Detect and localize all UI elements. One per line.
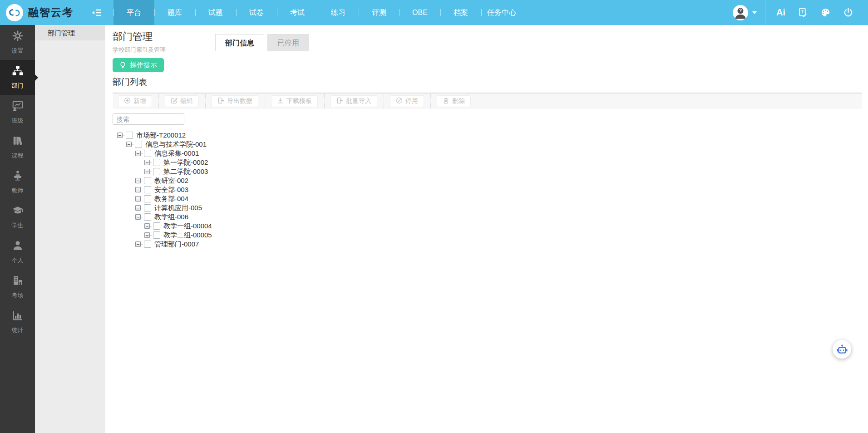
top-nav-item[interactable]: 题库: [154, 0, 195, 25]
tree-collapse-toggle[interactable]: [135, 205, 141, 211]
tree-node-label[interactable]: 安全部-003: [154, 186, 188, 194]
tab[interactable]: 已停用: [267, 34, 309, 51]
tree-node-label[interactable]: 教学组-006: [154, 213, 188, 221]
ai-assistant-button[interactable]: Ai: [776, 7, 785, 18]
tree-row: 第二学院-0003: [113, 167, 862, 176]
tree-collapse-toggle[interactable]: [117, 133, 123, 138]
top-nav-item[interactable]: 考试: [277, 0, 318, 25]
tree-collapse-toggle[interactable]: [144, 160, 150, 165]
tree-collapse-toggle[interactable]: [135, 241, 141, 247]
tree-checkbox[interactable]: [144, 150, 151, 157]
tree-collapse-toggle[interactable]: [144, 169, 150, 174]
top-nav-item[interactable]: OBE: [399, 0, 440, 25]
tree-checkbox[interactable]: [144, 241, 151, 248]
tree-checkbox[interactable]: [153, 231, 160, 239]
tree-connector: [141, 153, 143, 154]
tree-node-label[interactable]: 教学一组-00004: [163, 222, 212, 231]
tree-node-label[interactable]: 教研室-002: [154, 177, 188, 185]
page-header: 部门管理 学校部门索引及管理 部门信息 已停用: [113, 25, 862, 51]
tree-checkbox[interactable]: [153, 168, 160, 175]
tree-checkbox[interactable]: [153, 159, 160, 166]
tree-checkbox[interactable]: [144, 204, 151, 212]
submenu-item[interactable]: 部门管理: [35, 25, 105, 40]
tree-node-label[interactable]: 信息与技术学院-001: [145, 140, 207, 149]
top-nav-item[interactable]: 评测: [359, 0, 399, 25]
sidebar-item[interactable]: 部门: [0, 60, 35, 95]
top-nav-label: 练习: [331, 9, 345, 16]
sidebar-item[interactable]: 教师: [0, 165, 35, 200]
tree-collapse-toggle[interactable]: [126, 142, 132, 147]
tree-checkbox[interactable]: [135, 141, 142, 148]
gear-icon: [12, 30, 24, 44]
department-tree: 市场部-T200012 信息与技术学院-001 信息采集-0001 第一学院-0…: [113, 131, 862, 249]
top-nav-label: 任务中心: [487, 9, 516, 16]
top-nav-item[interactable]: 平台: [113, 0, 154, 25]
tree-checkbox[interactable]: [144, 186, 151, 193]
tree-connector: [141, 244, 143, 245]
tree-collapse-toggle[interactable]: [144, 232, 150, 238]
collapse-menu-icon[interactable]: [92, 9, 102, 17]
theme-palette-icon[interactable]: [820, 7, 831, 18]
tab[interactable]: 部门信息: [215, 34, 264, 51]
logout-power-icon[interactable]: [843, 7, 853, 18]
top-nav-item[interactable]: 练习: [318, 0, 359, 25]
toolbar-button[interactable]: 下载模板: [271, 95, 318, 107]
tree-node-label[interactable]: 第二学院-0003: [163, 167, 208, 176]
toolbar-button[interactable]: 删除: [437, 95, 471, 107]
tree-row: 教研室-002: [113, 176, 862, 185]
ai-robot-fab[interactable]: [833, 340, 851, 359]
toolbar-button[interactable]: 导出数据: [212, 95, 258, 107]
tree-node-label[interactable]: 教务部-004: [154, 195, 188, 203]
avatar-dropdown-caret[interactable]: [752, 11, 757, 16]
tree-node-label[interactable]: 计算机应用-005: [154, 204, 202, 212]
toolbar-button[interactable]: 新增: [118, 95, 152, 107]
sidebar-item[interactable]: 学生: [0, 200, 35, 235]
tree-checkbox[interactable]: [144, 195, 151, 202]
tree-checkbox[interactable]: [144, 177, 151, 184]
top-nav-item[interactable]: 档案: [440, 0, 481, 25]
toolbar-button[interactable]: 编辑: [165, 95, 199, 107]
tree-connector: [141, 208, 143, 208]
operation-tips-button[interactable]: 操作提示: [113, 58, 164, 72]
sidebar-item[interactable]: 班级: [0, 95, 35, 130]
toolbar-button[interactable]: 停用: [390, 95, 424, 107]
top-nav-item[interactable]: 试题: [195, 0, 236, 25]
tree-collapse-toggle[interactable]: [135, 196, 141, 202]
tree-collapse-toggle[interactable]: [135, 151, 141, 156]
tree-node-label[interactable]: 管理部门-0007: [154, 240, 199, 249]
tree-node-label[interactable]: 教学二组-00005: [163, 231, 212, 240]
tree-collapse-toggle[interactable]: [135, 178, 141, 183]
tree-connector: [141, 217, 143, 217]
top-nav-label: 试卷: [249, 9, 264, 16]
tree-row: 信息采集-0001: [113, 149, 862, 158]
tree-node-label[interactable]: 信息采集-0001: [154, 149, 199, 158]
person-icon: [12, 240, 24, 253]
tree-checkbox[interactable]: [153, 222, 160, 230]
top-nav-item[interactable]: 任务中心: [481, 0, 522, 25]
sidebar-item[interactable]: 课程: [0, 130, 35, 165]
sidebar-item[interactable]: 个人: [0, 235, 35, 270]
venue-icon: [12, 275, 24, 288]
user-avatar[interactable]: ?: [733, 5, 748, 20]
trash-icon: [443, 97, 449, 105]
tree-node-label[interactable]: 市场部-T200012: [136, 131, 186, 140]
help-doc-icon[interactable]: ?: [798, 7, 808, 18]
tree-checkbox[interactable]: [126, 132, 133, 139]
student-icon: [12, 205, 24, 218]
tree-collapse-toggle[interactable]: [135, 187, 141, 192]
sidebar-item[interactable]: 设置: [0, 25, 35, 60]
tree-collapse-toggle[interactable]: [135, 214, 141, 220]
tree-checkbox[interactable]: [144, 213, 151, 221]
tree-collapse-toggle[interactable]: [144, 223, 150, 229]
top-nav-item[interactable]: 试卷: [236, 0, 277, 25]
sidebar-item[interactable]: 统计: [0, 305, 35, 340]
toolbar-button[interactable]: 批量导入: [330, 95, 377, 107]
class-icon: [12, 100, 24, 113]
avatar-icon: ?: [733, 5, 748, 20]
tree-node-label[interactable]: 第一学院-0002: [163, 158, 208, 167]
operation-tips-label: 操作提示: [130, 61, 157, 69]
tree-connector: [150, 172, 152, 172]
top-nav-label: 平台: [127, 9, 141, 16]
search-input[interactable]: [113, 113, 184, 125]
sidebar-item[interactable]: 考场: [0, 270, 35, 305]
